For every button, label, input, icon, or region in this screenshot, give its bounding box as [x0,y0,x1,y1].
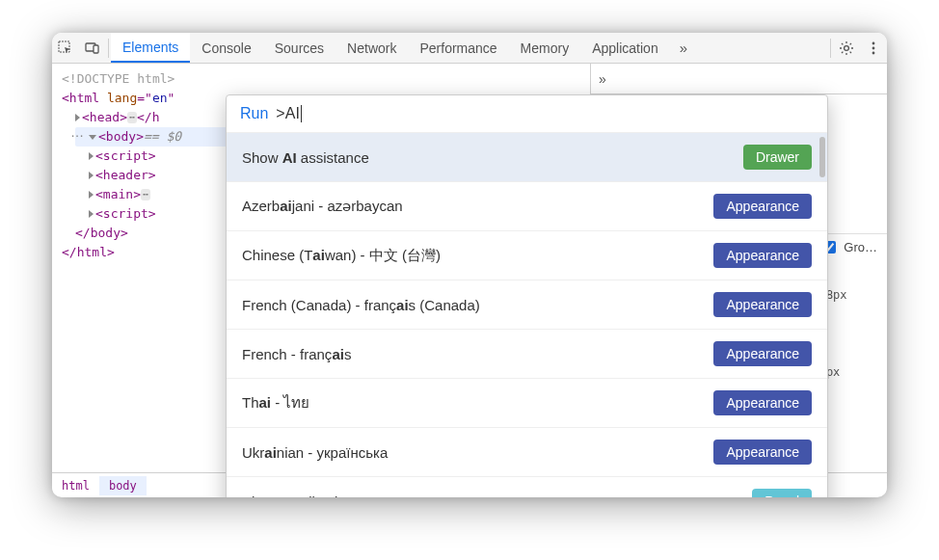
gutter-icon: ··· [52,127,85,147]
svg-point-6 [872,51,875,54]
command-item[interactable]: Azerbaijani - azərbaycanAppearance [227,182,827,231]
devtools-window: ElementsConsoleSourcesNetworkPerformance… [52,33,887,497]
separator [108,39,109,58]
device-toolbar-icon[interactable] [79,33,106,64]
command-item[interactable]: Show ApplicationPanel [227,477,827,497]
command-query: AI [285,105,302,122]
panel-tabs: ElementsConsoleSourcesNetworkPerformance… [111,33,670,63]
expand-icon[interactable] [89,172,94,179]
script-tag[interactable]: <script> [95,204,156,224]
group-label: Gro… [844,240,877,254]
command-label: Ukrainian - українська [242,444,713,461]
expand-icon[interactable] [89,152,94,160]
command-category-badge: Appearance [713,341,812,366]
command-category-badge: Appearance [713,194,812,219]
tab-elements[interactable]: Elements [111,33,190,63]
body-tag[interactable]: <body> [98,127,144,147]
more-icon[interactable] [860,33,887,64]
command-menu: Run >AI Show AI assistanceDrawerAzerbaij… [226,94,828,497]
devtools-tabbar: ElementsConsoleSourcesNetworkPerformance… [52,33,887,64]
command-category-badge: Appearance [713,440,812,465]
script-tag[interactable]: <script> [95,147,156,166]
breadcrumb-item[interactable]: body [99,476,147,495]
command-label: French (Canada) - français (Canada) [242,297,713,313]
command-label: Show AI assistance [242,149,743,166]
settings-icon[interactable] [833,33,860,64]
html-close: </html> [62,243,115,262]
run-label: Run [240,105,268,122]
command-item[interactable]: French - françaisAppearance [227,330,827,379]
expand-icon[interactable] [89,210,94,218]
command-category-badge: Appearance [713,243,812,268]
scrollbar-thumb[interactable] [819,137,825,177]
command-item[interactable]: Show AI assistanceDrawer [227,133,827,182]
command-label: Show Application [242,493,752,498]
svg-point-4 [872,41,875,44]
command-label: Chinese (Taiwan) - 中文 (台灣) [242,247,713,265]
expand-icon[interactable] [89,191,94,199]
svg-point-3 [845,45,849,50]
collapse-icon[interactable] [89,135,96,140]
selected-indicator: == $0 [144,127,181,147]
tab-console[interactable]: Console [190,33,262,63]
command-item[interactable]: Chinese (Taiwan) - 中文 (台灣)Appearance [227,231,827,280]
command-label: French - français [242,346,713,362]
sidebar-tabs: » [591,64,887,94]
command-item[interactable]: Thai - ไทยAppearance [227,379,827,428]
svg-rect-0 [59,41,69,52]
command-label: Azerbaijani - azərbaycan [242,198,713,215]
command-category-badge: Appearance [713,390,812,415]
header-tag[interactable]: <header> [95,166,156,185]
tab-application[interactable]: Application [580,33,670,63]
command-item[interactable]: French (Canada) - français (Canada)Appea… [227,280,827,330]
separator [830,39,831,58]
tab-sources[interactable]: Sources [263,33,335,63]
command-category-badge: Panel [752,489,812,497]
body-close: </body> [75,224,128,243]
doctype: <!DOCTYPE html> [62,69,174,89]
command-search[interactable]: Run >AI [227,95,827,133]
svg-point-5 [872,46,875,49]
command-category-badge: Drawer [743,145,812,170]
tab-performance[interactable]: Performance [408,33,508,63]
html-open[interactable]: <html lang="en" [62,89,174,108]
main-tag[interactable]: <main> [95,185,141,204]
command-category-badge: Appearance [713,292,812,317]
tabs-overflow-icon[interactable]: » [670,40,697,56]
expand-icon[interactable] [75,114,80,121]
command-list[interactable]: Show AI assistanceDrawerAzerbaijani - az… [227,133,827,497]
tab-memory[interactable]: Memory [509,33,581,63]
command-label: Thai - ไทย [242,391,713,414]
tab-network[interactable]: Network [335,33,408,63]
head-tag[interactable]: <head> [82,108,127,127]
breadcrumb-item[interactable]: html [52,476,99,495]
inspect-element-icon[interactable] [52,33,79,64]
ellipsis-icon[interactable]: ⋯ [141,189,150,200]
tabs-overflow-icon[interactable]: » [599,71,606,87]
prompt-icon: > [276,105,284,122]
ellipsis-icon[interactable]: ⋯ [127,112,137,123]
command-item[interactable]: Ukrainian - українськаAppearance [227,428,827,477]
svg-rect-2 [94,45,98,53]
